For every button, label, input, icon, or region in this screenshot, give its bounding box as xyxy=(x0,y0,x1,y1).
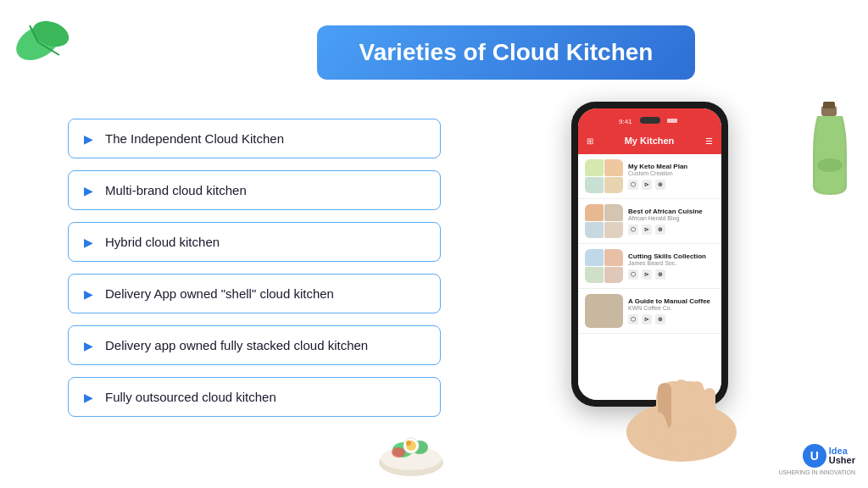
phone-wrapper: 9:41 ⊞ My Kitchen ☰ xyxy=(554,102,792,441)
kitchen-item-thumbnail xyxy=(585,249,623,283)
decor-leaf-top-left xyxy=(8,8,76,76)
list-item[interactable]: ▶ Hybrid cloud kitchen xyxy=(68,222,441,262)
decor-salad xyxy=(373,420,449,480)
arrow-icon-2: ▶ xyxy=(84,184,93,197)
logo-text-wrap: Idea Usher xyxy=(829,446,855,465)
svg-rect-5 xyxy=(823,102,835,108)
arrow-icon-1: ▶ xyxy=(84,132,93,146)
share-icon: ⬡ xyxy=(628,225,638,235)
list-label-2: Multi-brand cloud kitchen xyxy=(105,183,247,197)
list-label-5: Delivery app owned fully stacked cloud k… xyxy=(105,338,368,352)
more-icon: ⊕ xyxy=(655,225,665,235)
kitchen-item-thumbnail xyxy=(585,204,623,238)
title-container: Varieties of Cloud Kitchen xyxy=(229,25,783,80)
svg-rect-7 xyxy=(640,117,660,124)
svg-rect-13 xyxy=(675,380,688,430)
kitchen-item-subtitle: KWN Coffee Co. xyxy=(628,305,715,312)
kitchen-item-thumbnail xyxy=(585,159,623,193)
phone-title: My Kitchen xyxy=(625,136,675,146)
kitchen-item-actions: ⬡ ⊳ ⊕ xyxy=(628,180,715,190)
list-item[interactable]: ▶ Delivery app owned fully stacked cloud… xyxy=(68,325,441,365)
bookmark-icon: ⊳ xyxy=(642,225,652,235)
share-icon: ⬡ xyxy=(628,269,638,280)
list-label-6: Fully outsourced cloud kitchen xyxy=(105,390,276,404)
logo-icon-wrap: U Idea Usher xyxy=(803,444,855,468)
logo-usher-text: Usher xyxy=(829,456,855,465)
list-item[interactable]: ▶ The Independent Cloud Kitchen xyxy=(68,119,441,158)
list-item[interactable]: ▶ Delivery App owned "shell" cloud kitch… xyxy=(68,274,441,313)
bookmark-icon: ⊳ xyxy=(642,180,652,190)
kitchen-item-title: My Keto Meal Plan xyxy=(628,163,715,171)
arrow-icon-4: ▶ xyxy=(84,287,93,301)
kitchen-list-item: My Keto Meal Plan Custom Creation ⬡ ⊳ ⊕ xyxy=(578,154,721,199)
svg-rect-8 xyxy=(667,119,677,123)
bookmark-icon: ⊳ xyxy=(642,269,652,280)
more-icon: ⊕ xyxy=(655,180,665,190)
logo-u-icon: U xyxy=(803,444,826,468)
list-item[interactable]: ▶ Fully outsourced cloud kitchen xyxy=(68,377,441,417)
arrow-icon-3: ▶ xyxy=(84,236,93,249)
svg-rect-14 xyxy=(690,381,704,428)
list-label-1: The Independent Cloud Kitchen xyxy=(105,131,284,146)
svg-point-6 xyxy=(817,158,843,172)
kitchen-item-subtitle: Custom Creation xyxy=(628,170,715,177)
kitchen-item-title: Best of African Cuisine xyxy=(628,208,715,216)
kitchen-list-item: Cutting Skills Collection James Beard So… xyxy=(578,244,721,289)
phone-status-bar: 9:41 xyxy=(578,108,721,132)
kitchen-item-actions: ⬡ ⊳ ⊕ xyxy=(628,269,715,280)
kitchen-item-info: Cutting Skills Collection James Beard So… xyxy=(628,252,715,280)
page-title: Varieties of Cloud Kitchen xyxy=(359,39,654,65)
list-area: ▶ The Independent Cloud Kitchen ▶ Multi-… xyxy=(68,119,441,417)
kitchen-item-actions: ⬡ ⊳ ⊕ xyxy=(628,225,715,235)
logo: U Idea Usher USHERING IN INNOVATION xyxy=(779,444,855,475)
kitchen-item-title: A Guide to Manual Coffee xyxy=(628,297,715,306)
decor-bottle xyxy=(804,102,855,186)
arrow-icon-5: ▶ xyxy=(84,339,93,352)
kitchen-item-info: Best of African Cuisine African Herald B… xyxy=(628,208,715,236)
kitchen-item-info: My Keto Meal Plan Custom Creation ⬡ ⊳ ⊕ xyxy=(628,163,715,191)
list-label-3: Hybrid cloud kitchen xyxy=(105,235,220,249)
list-item[interactable]: ▶ Multi-brand cloud kitchen xyxy=(68,170,441,210)
title-box: Varieties of Cloud Kitchen xyxy=(317,25,696,80)
svg-rect-15 xyxy=(704,388,715,426)
kitchen-list-item: Best of African Cuisine African Herald B… xyxy=(578,199,721,244)
svg-text:9:41: 9:41 xyxy=(619,118,632,125)
logo-tagline: USHERING IN INNOVATION xyxy=(779,469,855,475)
arrow-icon-6: ▶ xyxy=(84,391,93,404)
phone-mockup: 9:41 ⊞ My Kitchen ☰ xyxy=(554,102,792,441)
svg-point-24 xyxy=(392,447,405,458)
kitchen-item-subtitle: James Beard Soc. xyxy=(628,260,715,267)
logo-box: U Idea Usher USHERING IN INNOVATION xyxy=(779,444,855,475)
hand-illustration xyxy=(605,313,758,466)
phone-header: ⊞ My Kitchen ☰ xyxy=(578,132,721,154)
list-label-4: Delivery App owned "shell" cloud kitchen xyxy=(105,286,334,301)
svg-point-23 xyxy=(406,441,411,446)
more-icon: ⊕ xyxy=(655,269,665,280)
kitchen-item-title: Cutting Skills Collection xyxy=(628,252,715,261)
kitchen-item-subtitle: African Herald Blog xyxy=(628,215,715,222)
share-icon: ⬡ xyxy=(628,180,638,190)
